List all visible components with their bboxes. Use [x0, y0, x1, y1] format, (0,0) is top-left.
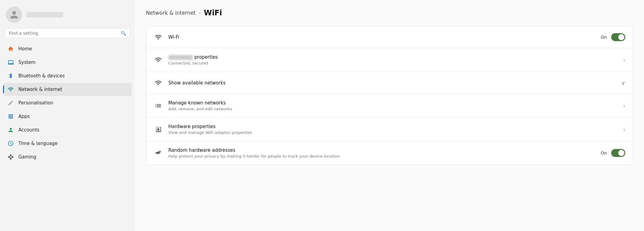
- show-networks-row-text: Show available networks: [168, 80, 616, 86]
- chip-icon: [154, 125, 163, 134]
- search-icon: 🔍: [121, 31, 126, 36]
- sidebar-label-network: Network & internet: [18, 87, 62, 92]
- sidebar-label-time: Time & language: [18, 141, 58, 146]
- apps-icon: [7, 113, 14, 120]
- wifi-list-icon: [154, 78, 163, 88]
- settings-row-properties[interactable]: properties Connected, secured ›: [146, 48, 633, 72]
- wifi-on-label: On: [601, 35, 607, 40]
- breadcrumb-separator: ›: [199, 10, 201, 16]
- breadcrumb-current: WiFi: [204, 9, 222, 17]
- properties-row-text: properties Connected, secured: [168, 54, 618, 65]
- hardware-row-text: Hardware properties View and manage WiFi…: [168, 124, 618, 135]
- breadcrumb: Network & internet › WiFi: [146, 9, 633, 17]
- show-networks-title: Show available networks: [168, 80, 616, 86]
- manage-networks-row-right: ›: [623, 103, 625, 109]
- personalisation-icon: [7, 100, 14, 106]
- properties-subtitle: Connected, secured: [168, 61, 618, 65]
- settings-row-show-networks[interactable]: Show available networks ∨: [146, 72, 633, 94]
- sidebar-item-time[interactable]: Time & language: [3, 137, 132, 150]
- bluetooth-icon: [7, 72, 14, 79]
- sidebar-label-personalisation: Personalisation: [18, 100, 53, 106]
- home-icon: [7, 45, 14, 52]
- settings-row-random-hw[interactable]: Random hardware addresses Help protect y…: [146, 141, 633, 165]
- properties-row-right: ›: [623, 57, 625, 63]
- avatar: [6, 7, 22, 23]
- sidebar-item-home[interactable]: Home: [3, 42, 132, 55]
- sidebar-label-gaming: Gaming: [18, 154, 36, 160]
- manage-networks-title: Manage known networks: [168, 100, 618, 106]
- random-hw-toggle[interactable]: [611, 149, 625, 157]
- sidebar-label-home: Home: [18, 46, 32, 52]
- manage-networks-chevron-right: ›: [623, 103, 625, 109]
- list-icon: [154, 101, 163, 110]
- properties-title: properties: [168, 54, 618, 60]
- breadcrumb-parent: Network & internet: [146, 10, 196, 16]
- nav-menu: Home System Bluetooth & devices Network …: [0, 41, 135, 165]
- hardware-row-right: ›: [623, 126, 625, 133]
- hardware-chevron-right: ›: [623, 126, 625, 133]
- settings-list: Wi-Fi On properties Connected, secured ›: [146, 26, 633, 165]
- manage-networks-subtitle: Add, remove, and edit networks: [168, 107, 618, 111]
- settings-row-wifi[interactable]: Wi-Fi On: [146, 26, 633, 48]
- random-hw-row-right: On: [601, 149, 625, 157]
- random-hw-on-label: On: [601, 151, 607, 155]
- network-icon: [7, 86, 14, 93]
- search-box[interactable]: 🔍: [5, 28, 130, 38]
- wifi-toggle[interactable]: [611, 33, 625, 41]
- properties-chevron-right: ›: [623, 57, 625, 63]
- system-icon: [7, 59, 14, 66]
- main-content: Network & internet › WiFi Wi-Fi On: [135, 0, 644, 231]
- sidebar-item-personalisation[interactable]: Personalisation: [3, 96, 132, 109]
- time-icon: [7, 140, 14, 147]
- random-hw-title: Random hardware addresses: [168, 147, 595, 153]
- sidebar-label-bluetooth: Bluetooth & devices: [18, 73, 65, 79]
- random-hw-subtitle: Help protect your privacy by making it h…: [168, 154, 595, 159]
- sidebar-label-accounts: Accounts: [18, 127, 39, 133]
- sidebar: 🔍 Home System Bluetooth & devices: [0, 0, 135, 231]
- hardware-subtitle: View and manage WiFi adaptor properties: [168, 130, 618, 135]
- accounts-icon: [7, 127, 14, 133]
- wifi-connected-icon: [154, 55, 163, 65]
- ssid-blurred: [168, 55, 193, 60]
- search-input[interactable]: [9, 31, 118, 36]
- wifi-row-right: On: [601, 33, 625, 41]
- sidebar-item-network[interactable]: Network & internet: [3, 83, 132, 96]
- sidebar-item-accounts[interactable]: Accounts: [3, 123, 132, 136]
- wifi-title: Wi-Fi: [168, 34, 595, 40]
- sidebar-item-bluetooth[interactable]: Bluetooth & devices: [3, 69, 132, 82]
- sidebar-label-system: System: [18, 60, 36, 65]
- sidebar-label-apps: Apps: [18, 114, 30, 119]
- user-profile[interactable]: [0, 0, 135, 28]
- hardware-title: Hardware properties: [168, 124, 618, 129]
- gaming-icon: [7, 154, 14, 160]
- wifi-row-text: Wi-Fi: [168, 34, 595, 40]
- random-icon: [154, 148, 163, 158]
- settings-row-hardware[interactable]: Hardware properties View and manage WiFi…: [146, 118, 633, 141]
- random-hw-row-text: Random hardware addresses Help protect y…: [168, 147, 595, 159]
- sidebar-item-gaming[interactable]: Gaming: [3, 151, 132, 163]
- show-networks-row-right: ∨: [621, 80, 625, 86]
- sidebar-item-apps[interactable]: Apps: [3, 110, 132, 123]
- show-networks-chevron-down: ∨: [621, 80, 625, 86]
- sidebar-item-system[interactable]: System: [3, 56, 132, 69]
- wifi-icon: [154, 33, 163, 42]
- manage-networks-row-text: Manage known networks Add, remove, and e…: [168, 100, 618, 111]
- username-label: [26, 12, 63, 18]
- settings-row-manage-networks[interactable]: Manage known networks Add, remove, and e…: [146, 94, 633, 118]
